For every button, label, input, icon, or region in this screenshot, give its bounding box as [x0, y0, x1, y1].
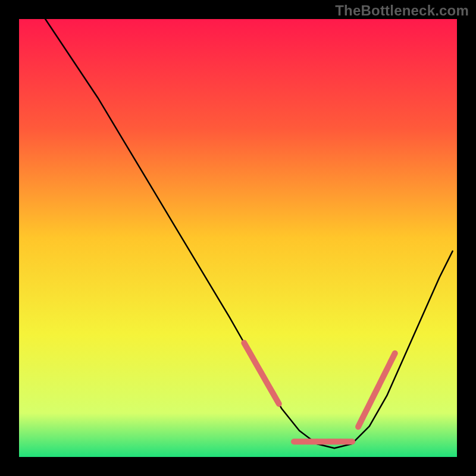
chart-frame: TheBottleneck.com	[0, 0, 476, 476]
watermark-text: TheBottleneck.com	[335, 2, 469, 19]
chart-svg	[0, 0, 476, 476]
plot-area	[19, 19, 457, 457]
